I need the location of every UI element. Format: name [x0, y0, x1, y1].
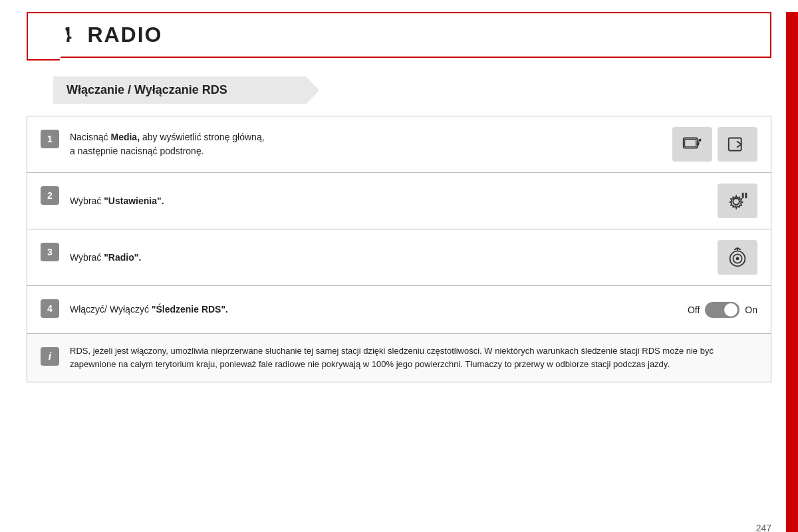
step-icon-area-2	[718, 184, 757, 218]
svg-rect-1	[685, 139, 696, 146]
step-text-1: Nacisnąć Media, aby wyświetlić stronę gł…	[70, 130, 659, 158]
section-title: Włączanie / Wyłączanie RDS	[66, 83, 227, 97]
step-text-4: Włączyć/ Wyłączyć "Śledzenie RDS".	[70, 303, 674, 317]
step-number-4: 4	[41, 299, 59, 318]
toggle-track[interactable]	[705, 302, 739, 318]
step-number-3: 3	[41, 243, 59, 261]
svg-point-10	[736, 257, 739, 261]
step-number-1: 1	[41, 130, 59, 148]
submenu-icon	[726, 133, 749, 156]
submenu-button-icon	[718, 127, 757, 162]
page-container: 04 RADIO Włączanie / Wyłączanie RDS 1 Na…	[0, 12, 798, 532]
toggle-thumb	[724, 303, 737, 317]
page-number: 247	[756, 523, 771, 532]
section-header: Włączanie / Wyłączanie RDS	[53, 76, 306, 104]
chapter-title: 04 RADIO	[47, 23, 162, 47]
info-row: i RDS, jeżeli jest włączony, umożliwia n…	[27, 334, 771, 382]
svg-rect-4	[729, 138, 741, 151]
step-row-4: 4 Włączyć/ Wyłączyć "Śledzenie RDS". Off…	[27, 286, 771, 334]
svg-point-3	[697, 143, 700, 146]
step-text-2: Wybrać "Ustawienia".	[70, 194, 704, 208]
step-icon-area-1	[672, 127, 757, 162]
toggle-on-label: On	[745, 305, 757, 315]
svg-point-5	[733, 198, 739, 205]
settings-button-icon	[718, 184, 757, 218]
svg-rect-6	[742, 193, 744, 199]
right-accent-bar	[786, 12, 798, 532]
content-area: 1 Nacisnąć Media, aby wyświetlić stronę …	[27, 116, 771, 382]
info-icon: i	[41, 347, 59, 366]
radio-icon	[725, 245, 750, 270]
svg-rect-7	[745, 193, 747, 199]
settings-icon	[725, 188, 750, 213]
step-text-3: Wybrać "Radio".	[70, 251, 704, 265]
step-icon-area-3	[718, 240, 757, 275]
media-button-icon	[672, 127, 712, 162]
chapter-header: 04 RADIO	[27, 12, 771, 58]
toggle-off-label: Off	[688, 305, 700, 315]
info-text: RDS, jeżeli jest włączony, umożliwia nie…	[70, 344, 757, 371]
step-row-2: 2 Wybrać "Ustawienia".	[27, 173, 771, 229]
media-icon	[681, 133, 704, 156]
step-icon-area-4: Off On	[688, 302, 757, 318]
step-row-1: 1 Nacisnąć Media, aby wyświetlić stronę …	[27, 116, 771, 173]
toggle-control[interactable]: Off On	[688, 302, 757, 318]
step-number-2: 2	[41, 186, 59, 205]
step-row-3: 3 Wybrać "Radio".	[27, 229, 771, 286]
radio-button-icon	[718, 240, 757, 275]
